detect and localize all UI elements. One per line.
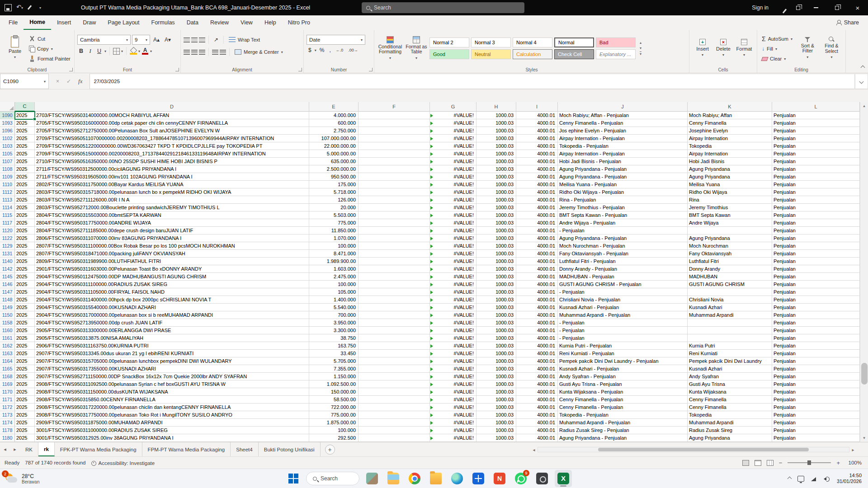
- cell[interactable]: [359, 411, 430, 419]
- styles-gallery-scroll[interactable]: ▴ ▾ ▾: [637, 32, 644, 65]
- cell[interactable]: Andy Syafran: [688, 373, 772, 380]
- sheet-nav-right-arrow[interactable]: ▸: [10, 442, 20, 456]
- cell[interactable]: Pempek pakcik Dini Dwi Laundry - Penjual…: [558, 357, 688, 365]
- cell[interactable]: 2025: [15, 357, 35, 365]
- cell[interactable]: #VALUE!: [430, 365, 476, 373]
- cell[interactable]: Penjualan: [772, 158, 860, 165]
- bold-button[interactable]: B: [77, 48, 85, 54]
- cell[interactable]: Agung Priyandana - Penjualan: [558, 235, 688, 242]
- cell[interactable]: 1000.03: [476, 204, 516, 211]
- number-format-select[interactable]: Date▾: [307, 35, 365, 45]
- cell[interactable]: Reni Kurniati - Penjualan: [558, 350, 688, 357]
- increase-indent-icon[interactable]: [220, 50, 226, 55]
- cell[interactable]: [359, 380, 430, 388]
- cell[interactable]: 722.000.00: [309, 404, 359, 411]
- cell[interactable]: 2025: [15, 150, 35, 158]
- cell[interactable]: 2025: [15, 158, 35, 165]
- cell[interactable]: Penjualan: [772, 204, 860, 211]
- cell[interactable]: Penjualan: [772, 181, 860, 188]
- volume-icon[interactable]: [824, 476, 830, 482]
- cell[interactable]: 4000.01: [516, 304, 558, 311]
- cell[interactable]: 4000.01: [516, 388, 558, 396]
- cell[interactable]: MADHUBAN: [688, 273, 772, 281]
- borders-button[interactable]: [113, 48, 120, 55]
- cell[interactable]: #VALUE!: [430, 388, 476, 396]
- row-header-1140[interactable]: 1140: [0, 258, 15, 265]
- photos-app-icon[interactable]: [363, 470, 381, 487]
- cell[interactable]: Hobi Jadi Bisnis: [688, 158, 772, 165]
- cell[interactable]: - Penjualan: [558, 334, 688, 342]
- file-explorer-icon[interactable]: [385, 470, 402, 487]
- row-header-1115[interactable]: 1115: [0, 211, 15, 219]
- cell[interactable]: Penjualan: [772, 365, 860, 373]
- cell[interactable]: 4000.01: [516, 112, 558, 119]
- cell[interactable]: 2908/FTSCY/WS950315850.00CENNY FIRNANELL…: [35, 396, 309, 404]
- share-button[interactable]: Share: [836, 15, 859, 30]
- cell[interactable]: Meilisa Yuana - Penjualan: [558, 181, 688, 188]
- orientation-icon[interactable]: ↗: [212, 37, 220, 43]
- cell[interactable]: 4000.01: [516, 334, 558, 342]
- cell[interactable]: Moch Nurochman: [688, 242, 772, 250]
- cell[interactable]: [359, 427, 430, 434]
- cell[interactable]: [688, 334, 772, 342]
- cell[interactable]: 1000.03: [476, 427, 516, 434]
- cell[interactable]: 4000.01: [516, 211, 558, 219]
- cell[interactable]: 1000.03: [476, 388, 516, 396]
- cell[interactable]: Penjualan: [772, 235, 860, 242]
- cell[interactable]: 2025: [15, 142, 35, 150]
- cell[interactable]: 2025: [15, 319, 35, 327]
- cell[interactable]: [359, 334, 430, 342]
- cell[interactable]: Ridho Oki Wijaya - Penjualan: [558, 188, 688, 196]
- cell[interactable]: Donny Arandy - Penjualan: [558, 265, 688, 273]
- cell[interactable]: 2025: [15, 242, 35, 250]
- ribbon-display-icon[interactable]: [796, 6, 800, 10]
- cell[interactable]: 2904/FTSCY/WS950315540000.00KUSNADI AZHA…: [35, 304, 309, 311]
- insert-cells-button[interactable]: + Insert▾: [692, 32, 713, 65]
- cell[interactable]: 1000.03: [476, 112, 516, 119]
- column-header-e[interactable]: E: [309, 102, 359, 112]
- cell[interactable]: #VALUE!: [430, 357, 476, 365]
- cell[interactable]: Penjualan: [772, 304, 860, 311]
- cell[interactable]: 2.475.000: [309, 273, 359, 281]
- accessibility-status[interactable]: Accessibility: Investigate: [91, 460, 155, 466]
- cell[interactable]: [359, 419, 430, 427]
- cell[interactable]: Donny Arandy: [688, 265, 772, 273]
- cell[interactable]: Kusnadi Azhari - Penjualan: [558, 304, 688, 311]
- row-header-1145[interactable]: 1145: [0, 273, 15, 281]
- sheet-tab-fpk-pt-warna-media-packaging[interactable]: FPK-PT Warna Media Packaging: [55, 442, 142, 456]
- cell[interactable]: 2905/FTSCY/WS950313875.00NISA AMALIYAH: [35, 334, 309, 342]
- cell[interactable]: [359, 311, 430, 319]
- cell[interactable]: 600.000: [309, 119, 359, 127]
- cell[interactable]: 2806/FTSCY/WS950311070000.00inv 83AGUNG …: [35, 235, 309, 242]
- cell[interactable]: #VALUE!: [430, 127, 476, 135]
- cell-style-check-cell[interactable]: Check Cell: [554, 49, 594, 59]
- cell[interactable]: 2025: [15, 235, 35, 242]
- cell[interactable]: Penjualan: [772, 311, 860, 319]
- cell[interactable]: 1000.03: [476, 404, 516, 411]
- cell[interactable]: Kusnadi Azhari: [688, 365, 772, 373]
- cell[interactable]: 4000.01: [516, 319, 558, 327]
- cell[interactable]: Penjualan: [772, 434, 860, 442]
- cell[interactable]: #VALUE!: [430, 265, 476, 273]
- cell[interactable]: 2025: [15, 219, 35, 227]
- cell[interactable]: 4000.01: [516, 227, 558, 235]
- cell[interactable]: 2.750.000: [309, 127, 359, 135]
- autosum-button[interactable]: ΣAutoSum▾: [760, 34, 796, 44]
- number-dialog-launcher[interactable]: [369, 68, 373, 71]
- row-header-1171[interactable]: 1171: [0, 396, 15, 404]
- cell[interactable]: 2807/FTSCY/WS950311100000.00Box Robak Be…: [35, 242, 309, 250]
- cell[interactable]: Cenny Fimanella - Penjualan: [558, 396, 688, 404]
- cell[interactable]: 4000.01: [516, 142, 558, 150]
- sort-filter-button[interactable]: Sort & Filter▾: [796, 32, 820, 65]
- cell[interactable]: Penjualan: [772, 357, 860, 365]
- cell[interactable]: #VALUE!: [430, 188, 476, 196]
- cell-style-normal[interactable]: Normal: [554, 38, 594, 47]
- cell[interactable]: 2025: [15, 211, 35, 219]
- row-header-1117[interactable]: 1117: [0, 219, 15, 227]
- increase-font-size-icon[interactable]: A▴: [151, 37, 161, 43]
- cell-style-normal-2[interactable]: Normal 2: [429, 38, 469, 47]
- row-header-1169[interactable]: 1169: [0, 380, 15, 388]
- cell[interactable]: 4000.01: [516, 196, 558, 204]
- cell[interactable]: Radius Zusak Sireg - Penjualan: [558, 427, 688, 434]
- cell[interactable]: 1000.03: [476, 327, 516, 334]
